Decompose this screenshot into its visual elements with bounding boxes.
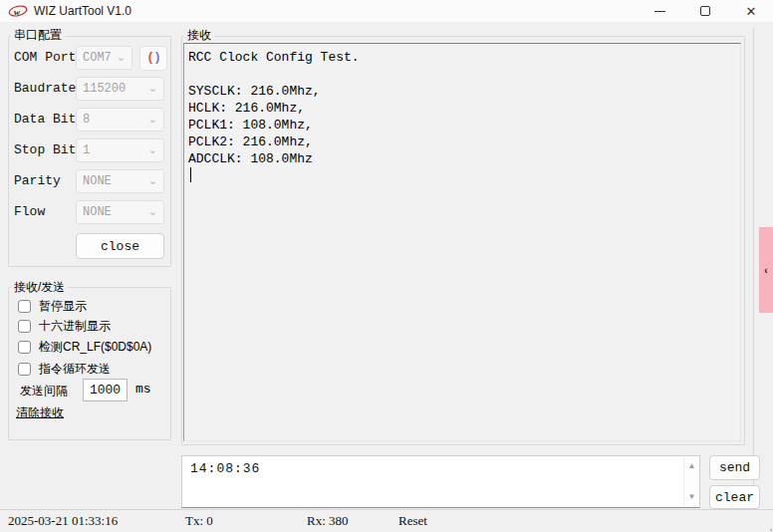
rxtx-title: 接收/发送 bbox=[11, 280, 68, 294]
checkbox-label: 检测CR_LF($0D$0A) bbox=[39, 339, 151, 356]
flow-select[interactable]: NONE ⌄ bbox=[76, 200, 164, 224]
data-bit-select[interactable]: 8 ⌄ bbox=[76, 108, 164, 132]
status-rx-count: Rx: 380 bbox=[307, 510, 349, 532]
panel-splitter[interactable] bbox=[753, 28, 754, 509]
serial-config-title: 串口配置 bbox=[11, 28, 65, 42]
send-interval-unit: ms bbox=[135, 382, 151, 397]
svg-text:w: w bbox=[14, 7, 21, 17]
resize-grip-icon[interactable] bbox=[767, 526, 769, 528]
send-input-scrollbar[interactable]: ▲ ▼ bbox=[683, 457, 698, 506]
receive-title: 接收 bbox=[184, 28, 214, 42]
com-port-value: COM7 bbox=[83, 51, 112, 65]
send-interval-label: 发送间隔 bbox=[20, 383, 68, 399]
checkbox-icon bbox=[18, 300, 31, 313]
checkbox-icon bbox=[18, 341, 31, 354]
scroll-up-icon[interactable]: ▲ bbox=[684, 459, 699, 473]
send-button[interactable]: send bbox=[709, 455, 760, 480]
com-port-label: COM Port bbox=[14, 46, 76, 70]
close-window-button[interactable]: ✕ bbox=[728, 0, 773, 22]
maximize-icon bbox=[700, 6, 710, 16]
chevron-down-icon: ⌄ bbox=[148, 109, 157, 129]
maximize-button[interactable] bbox=[682, 0, 728, 22]
checkbox-label: 暂停显示 bbox=[39, 298, 87, 315]
send-input[interactable]: 14:08:36 ▲ ▼ bbox=[181, 455, 700, 508]
send-interval-input[interactable]: 1000 bbox=[83, 379, 128, 401]
close-icon: ✕ bbox=[746, 5, 757, 18]
baudrate-label: Baudrate bbox=[14, 77, 76, 101]
titlebar: w WIZ UartTool V1.0 ✕ bbox=[0, 0, 773, 22]
status-reset[interactable]: Reset bbox=[398, 510, 427, 532]
parity-value: NONE bbox=[83, 174, 112, 188]
flow-label: Flow bbox=[14, 200, 45, 224]
clear-receive-link[interactable]: 清除接收 bbox=[16, 404, 64, 421]
status-tx-count: Tx: 0 bbox=[185, 510, 213, 532]
data-bit-value: 8 bbox=[83, 113, 90, 127]
receive-textarea[interactable]: RCC Clock Config Test. SYSCLK: 216.0Mhz,… bbox=[183, 43, 741, 441]
checkbox-hex-display[interactable]: 十六进制显示 bbox=[18, 318, 111, 334]
chevron-down-icon: ⌄ bbox=[148, 170, 157, 190]
stop-bit-value: 1 bbox=[83, 143, 90, 157]
data-bit-label: Data Bit bbox=[14, 108, 76, 132]
refresh-ports-button[interactable]: () bbox=[139, 46, 167, 71]
baudrate-value: 115200 bbox=[83, 82, 126, 96]
text-caret bbox=[190, 167, 191, 182]
chevron-down-icon: ⌄ bbox=[148, 78, 157, 98]
scroll-down-icon[interactable]: ▼ bbox=[684, 490, 699, 504]
status-timestamp: 2025-03-21 01:33:16 bbox=[8, 510, 118, 532]
checkbox-loop-send[interactable]: 指令循环发送 bbox=[18, 361, 111, 377]
baudrate-select[interactable]: 115200 ⌄ bbox=[76, 77, 164, 101]
checkbox-detect-crlf[interactable]: 检测CR_LF($0D$0A) bbox=[18, 339, 151, 355]
clear-button[interactable]: clear bbox=[709, 485, 760, 509]
chevron-down-icon: ⌄ bbox=[117, 47, 126, 67]
checkbox-label: 指令循环发送 bbox=[39, 361, 111, 378]
window-title: WIZ UartTool V1.0 bbox=[34, 0, 131, 22]
parity-select[interactable]: NONE ⌄ bbox=[76, 169, 164, 193]
refresh-icon: ( bbox=[146, 50, 153, 65]
close-port-button[interactable]: close bbox=[76, 233, 164, 259]
com-port-select[interactable]: COM7 ⌄ bbox=[76, 46, 132, 70]
app-window: w WIZ UartTool V1.0 ✕ 串口配置 COM Port COM7… bbox=[0, 0, 773, 532]
checkbox-icon bbox=[18, 363, 31, 376]
stop-bit-select[interactable]: 1 ⌄ bbox=[76, 138, 164, 162]
expand-panel-tab[interactable]: ‹ bbox=[759, 227, 773, 313]
status-bar: 2025-03-21 01:33:16 Tx: 0 Rx: 380 Reset bbox=[0, 509, 773, 532]
app-logo-icon: w bbox=[8, 4, 28, 18]
parity-label: Parity bbox=[14, 169, 61, 193]
minimize-icon bbox=[654, 11, 665, 12]
checkbox-pause-display[interactable]: 暂停显示 bbox=[18, 298, 87, 314]
chevron-left-icon: ‹ bbox=[764, 265, 767, 276]
chevron-down-icon: ⌄ bbox=[148, 201, 157, 221]
refresh-icon-right: ) bbox=[153, 50, 160, 65]
minimize-button[interactable] bbox=[637, 0, 682, 22]
chevron-down-icon: ⌄ bbox=[148, 139, 157, 159]
receive-text: RCC Clock Config Test. SYSCLK: 216.0Mhz,… bbox=[188, 49, 360, 167]
checkbox-icon bbox=[18, 320, 31, 333]
checkbox-label: 十六进制显示 bbox=[39, 318, 111, 335]
stop-bit-label: Stop Bit bbox=[14, 138, 76, 162]
flow-value: NONE bbox=[83, 205, 112, 219]
send-input-value: 14:08:36 bbox=[190, 461, 260, 476]
